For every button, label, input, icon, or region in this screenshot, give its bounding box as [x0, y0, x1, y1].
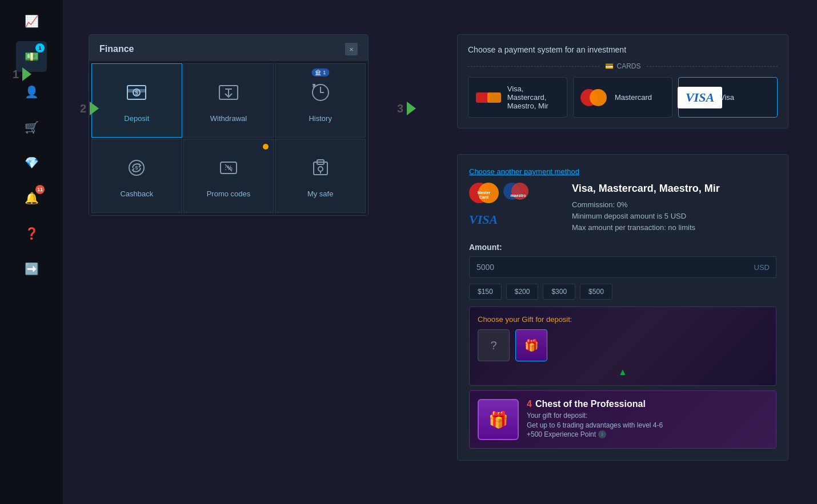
mastercard-big-logo: MasterCard: [469, 183, 499, 208]
visa-mc-name: Visa, Mastercard,Maestro, Mir: [507, 84, 560, 110]
step-1-arrow: [22, 67, 31, 81]
payment-info-section: Visa, Mastercard, Maestro, Mir Commissio…: [572, 183, 776, 235]
sidebar-item-cart[interactable]: 🛒: [16, 112, 47, 143]
preset-200[interactable]: $200: [506, 284, 539, 300]
payment-logos-section: MasterCard maestro VISA: [469, 183, 560, 235]
sidebar-item-help[interactable]: ❓: [16, 218, 47, 249]
finance-card-cashback[interactable]: $ Cashback: [91, 139, 182, 213]
preset-300[interactable]: $300: [543, 284, 575, 300]
cashback-icon: $: [125, 156, 148, 184]
payment-options: Visa, Mastercard,Maestro, Mir Mastercard…: [468, 77, 778, 118]
chest-icon: 🎁: [524, 338, 539, 352]
gift-options: ? 🎁: [478, 329, 768, 361]
sidebar-item-diamond[interactable]: 💎: [16, 147, 47, 178]
gift-chest-option[interactable]: 🎁: [515, 329, 547, 361]
finance-icon: 💵: [25, 50, 39, 63]
cashback-label: Cashback: [120, 189, 153, 198]
amount-input-wrapper: USD: [469, 256, 776, 278]
chest-detail: 🎁 4 Chest of the Professional Your gift …: [469, 390, 776, 449]
finance-modal: Finance × $ Deposit: [89, 34, 369, 216]
finance-card-history[interactable]: 🏦1 History: [275, 63, 366, 138]
promo-icon: :%: [217, 156, 240, 184]
svg-point-15: [318, 167, 323, 171]
chart-icon: 📈: [25, 14, 39, 28]
amount-section: Amount: USD $150 $200 $300 $500: [469, 243, 776, 300]
logout-icon: ➡️: [25, 262, 39, 276]
choose-another-link[interactable]: Choose another payment method: [469, 167, 579, 176]
payment-option-mastercard[interactable]: Mastercard: [573, 77, 672, 118]
close-button[interactable]: ×: [345, 43, 358, 55]
visa-text-row: VISA: [469, 212, 560, 227]
cards-label: 💳 CARDS: [605, 62, 641, 70]
withdrawal-label: Withdrawal: [210, 114, 247, 123]
sidebar-item-chart[interactable]: 📈: [16, 6, 47, 37]
divider-right: [647, 66, 778, 67]
finance-card-promo[interactable]: :% Promo codes: [183, 139, 274, 213]
step-1-indicator: 1: [13, 67, 31, 81]
mastercard-logo: [580, 87, 609, 107]
payment-method-title: Visa, Mastercard, Maestro, Mir: [572, 183, 776, 195]
mysafe-icon: [309, 156, 332, 184]
deposit-icon: $: [125, 81, 148, 108]
cart-icon: 🛒: [25, 120, 39, 134]
chest-image-icon: 🎁: [488, 410, 508, 429]
chest-benefit: Get up to 6 trading advantages with leve…: [527, 421, 768, 429]
payment-bottom-content: MasterCard maestro VISA Visa, Mastercard…: [469, 183, 776, 235]
diamond-icon: 💎: [25, 156, 39, 170]
svg-text:$: $: [135, 165, 138, 171]
gift-no-gift[interactable]: ?: [478, 329, 510, 361]
payment-option-visa-mc[interactable]: Visa, Mastercard,Maestro, Mir: [468, 77, 567, 118]
step-3-indicator: 3: [397, 102, 416, 115]
chest-xp: +500 Experience Point i: [527, 430, 768, 438]
promo-label: Promo codes: [207, 189, 251, 198]
amount-input[interactable]: [469, 256, 776, 278]
question-mark-icon: ?: [490, 339, 496, 352]
finance-grid: $ Deposit Withdrawal 🏦1: [89, 61, 368, 215]
history-label: History: [309, 114, 331, 123]
step-2-arrow: [90, 102, 99, 115]
step-2-number: 2: [80, 102, 86, 115]
history-badge: 🏦1: [311, 68, 329, 76]
sidebar-item-user[interactable]: 👤: [16, 76, 47, 107]
min-deposit-info: Minimum deposit amount is 5 USD: [572, 212, 776, 220]
deposit-label: Deposit: [124, 114, 149, 123]
user-icon: 👤: [25, 85, 39, 99]
finance-modal-header: Finance ×: [89, 35, 368, 61]
amount-label: Amount:: [469, 243, 776, 252]
cards-divider: 💳 CARDS: [468, 62, 778, 70]
visa-logo: VISA: [686, 87, 714, 107]
visa-name: Visa: [720, 93, 734, 102]
step-1-number: 1: [13, 68, 19, 81]
card-chip-icon: 💳: [605, 62, 614, 70]
payment-panel-bottom: Choose another payment method MasterCard…: [457, 154, 788, 461]
history-icon: [309, 81, 332, 108]
chest-step-number: 4: [527, 399, 532, 409]
sidebar-item-logout[interactable]: ➡️: [16, 253, 47, 284]
payment-option-visa[interactable]: VISA Visa: [678, 77, 778, 118]
visa-big-text: VISA: [469, 212, 498, 227]
finance-card-deposit[interactable]: $ Deposit: [91, 63, 182, 138]
finance-card-withdrawal[interactable]: Withdrawal: [183, 63, 274, 138]
amount-presets: $150 $200 $300 $500: [469, 284, 776, 300]
currency-label: USD: [754, 263, 770, 272]
help-icon: ❓: [25, 227, 39, 240]
gift-title: Choose your Gift for deposit:: [478, 315, 768, 324]
chest-subtitle: Your gift for deposit:: [527, 412, 768, 420]
sidebar-item-notifications[interactable]: 🔔 11: [16, 183, 47, 213]
finance-badge: 1: [35, 43, 45, 53]
preset-150[interactable]: $150: [469, 284, 502, 300]
mysafe-label: My safe: [307, 189, 334, 198]
max-amount-info: Max amount per transaction: no limits: [572, 223, 776, 232]
mastercard-name: Mastercard: [615, 93, 652, 102]
chest-name: Chest of the Professional: [535, 399, 646, 409]
step-3-number: 3: [397, 102, 403, 115]
promo-dot-badge: [263, 144, 269, 150]
finance-modal-title: Finance: [99, 44, 134, 54]
commission-info: Commission: 0%: [572, 200, 776, 209]
finance-card-mysafe[interactable]: My safe: [275, 139, 366, 213]
logos-row: MasterCard maestro: [469, 183, 560, 208]
svg-text:$: $: [135, 90, 139, 96]
divider-left: [468, 66, 599, 67]
preset-500[interactable]: $500: [580, 284, 612, 300]
xp-info-icon[interactable]: i: [598, 430, 606, 438]
